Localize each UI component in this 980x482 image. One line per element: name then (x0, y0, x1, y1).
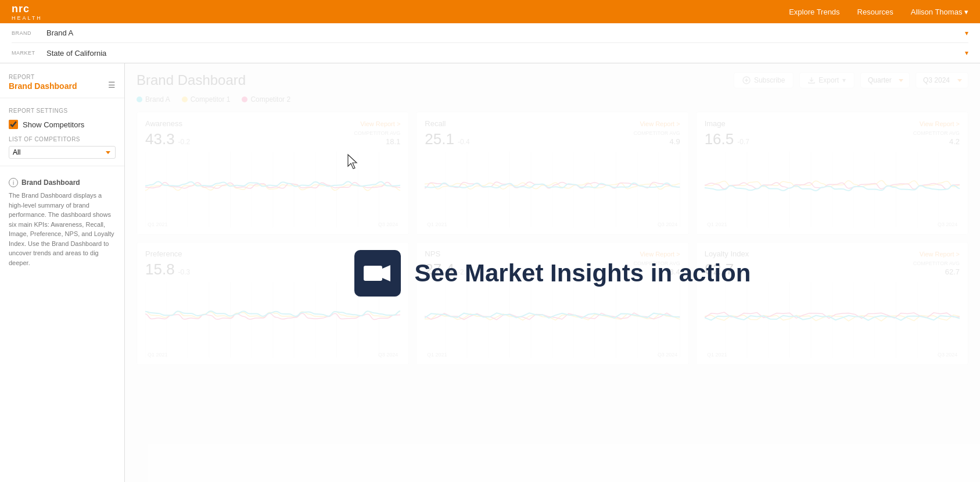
brand-row: BRAND Brand A ▾ (12, 23, 968, 43)
sidebar-info-section: i Brand Dashboard The Brand Dashboard di… (0, 171, 124, 272)
sidebar-info-header: i Brand Dashboard (9, 178, 116, 187)
sidebar-report-title: Brand Dashboard (9, 81, 116, 91)
sidebar-settings-label: REPORT SETTINGS (0, 103, 124, 116)
brand-market-bar: BRAND Brand A ▾ MARKET State of Californ… (0, 23, 980, 63)
info-icon: i (9, 178, 18, 187)
market-arrow[interactable]: ▾ (965, 49, 968, 57)
sidebar-info-title: Brand Dashboard (21, 178, 80, 187)
sidebar: REPORT Brand Dashboard ☰ REPORT SETTINGS… (0, 63, 125, 482)
logo: nrcHEALTH (12, 3, 42, 21)
hamburger-icon[interactable]: ☰ (108, 80, 116, 90)
competitors-select[interactable]: All (9, 146, 116, 159)
video-camera-icon (354, 250, 401, 297)
sidebar-info-text: The Brand Dashboard displays a high-leve… (9, 191, 116, 267)
nav-explore-trends[interactable]: Explore Trends (789, 8, 839, 16)
show-competitors-row: Show Competitors (0, 116, 124, 133)
top-nav: nrcHEALTH Explore Trends Resources Allis… (0, 0, 980, 23)
market-label: MARKET (12, 50, 46, 56)
sidebar-divider-1 (0, 98, 124, 98)
nav-user[interactable]: Allison Thomas ▾ (911, 8, 968, 16)
show-competitors-checkbox[interactable] (9, 120, 18, 129)
camera-svg (364, 263, 392, 284)
sidebar-divider-2 (0, 166, 124, 166)
competitors-list-label: LIST OF COMPETITORS (0, 133, 124, 144)
show-competitors-label: Show Competitors (23, 120, 84, 129)
logo-sub: HEALTH (12, 15, 42, 21)
video-overlay[interactable]: See Market Insights in action (125, 63, 980, 482)
content-area: Brand Dashboard Subscribe Export ▾ Quart… (125, 63, 980, 482)
brand-arrow[interactable]: ▾ (965, 29, 968, 37)
svg-marker-92 (382, 265, 390, 281)
nav-resources[interactable]: Resources (857, 8, 893, 16)
overlay-text: See Market Insights in action (415, 259, 751, 287)
sidebar-report-label: REPORT (9, 74, 116, 80)
svg-rect-91 (364, 266, 382, 281)
brand-label: BRAND (12, 30, 46, 36)
nav-links: Explore Trends Resources Allison Thomas … (789, 8, 968, 16)
market-row: MARKET State of California ▾ (12, 43, 968, 63)
brand-value: Brand A (46, 28, 965, 37)
sidebar-report-section: REPORT Brand Dashboard ☰ (0, 69, 124, 93)
market-value: State of California (46, 49, 965, 58)
main-layout: REPORT Brand Dashboard ☰ REPORT SETTINGS… (0, 63, 980, 482)
